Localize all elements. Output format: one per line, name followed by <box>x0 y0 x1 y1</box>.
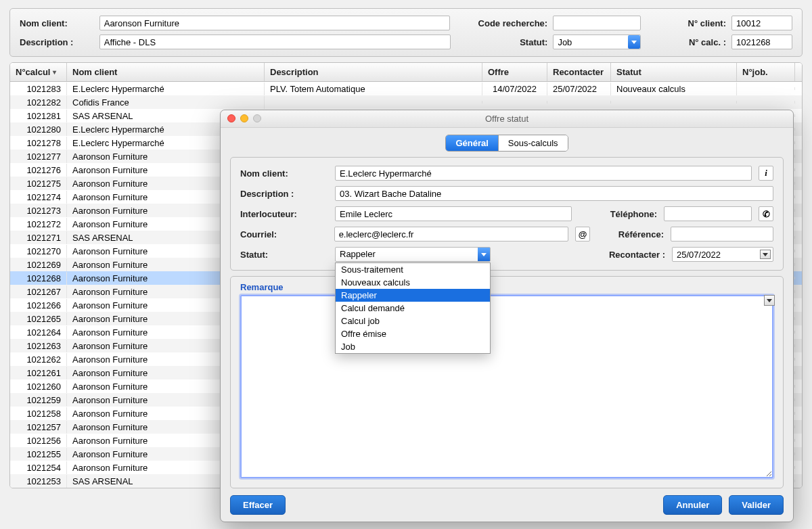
filter-statut-select[interactable]: Job <box>553 34 641 49</box>
cell-desc: PLV. Totem Automatique <box>265 83 482 95</box>
col-recontacter[interactable]: Recontacter <box>547 63 611 81</box>
cell-calc: 1021272 <box>10 218 67 231</box>
cell-calc: 1021270 <box>10 245 67 258</box>
label-modal-statut: Statut: <box>240 250 328 260</box>
table-row[interactable]: 1021283E.Leclerc HypermarchéPLV. Totem A… <box>10 82 802 95</box>
col-statut[interactable]: Statut <box>611 63 737 81</box>
cell-calc: 1021275 <box>10 177 67 190</box>
label-remarque: Remarque <box>240 282 773 292</box>
modal-interlocuteur-input[interactable] <box>335 206 572 221</box>
filter-code-recherche-input[interactable] <box>553 16 641 30</box>
form-panel: Nom client: i Description : Interlocuteu… <box>230 157 784 271</box>
label-modal-interlocuteur: Interlocuteur: <box>240 209 328 219</box>
col-description[interactable]: Description <box>265 63 482 81</box>
modal-statut-value: Rappeler <box>340 249 376 259</box>
cell-nom: Cofidis France <box>67 96 265 109</box>
cell-calc: 1021278 <box>10 137 67 150</box>
minimize-icon[interactable] <box>240 114 248 122</box>
cell-calc: 1021266 <box>10 299 67 312</box>
cell-job <box>737 87 795 90</box>
col-nom-client[interactable]: Nom client <box>67 63 265 81</box>
modal-remarque-textarea[interactable] <box>240 295 773 478</box>
dialog-button-bar: Effacer Annuler Valider <box>221 488 793 522</box>
filter-n-client-input[interactable] <box>731 16 792 30</box>
statut-option[interactable]: Calcul job <box>336 315 490 327</box>
modal-description-input[interactable] <box>335 186 773 201</box>
cell-calc: 1021282 <box>10 96 67 109</box>
modal-recontacter-date[interactable]: 25/07/2022 <box>672 247 773 262</box>
cell-calc: 1021283 <box>10 83 67 95</box>
recontacter-value: 25/07/2022 <box>677 250 721 260</box>
cell-calc: 1021262 <box>10 353 67 366</box>
remark-dropdown-icon[interactable] <box>764 295 775 306</box>
chevron-down-icon[interactable] <box>760 250 771 259</box>
label-modal-telephone: Téléphone: <box>596 209 657 219</box>
cell-nom: E.Leclerc Hypermarché <box>67 83 265 95</box>
cell-calc: 1021265 <box>10 313 67 325</box>
modal-statut-select[interactable]: Rappeler <box>335 247 491 262</box>
tab-general[interactable]: Général <box>446 135 498 151</box>
zoom-icon <box>253 114 261 122</box>
filter-n-calc-input[interactable] <box>731 34 792 49</box>
close-icon[interactable] <box>227 114 235 122</box>
statut-option[interactable]: Rappeler <box>336 289 490 302</box>
cell-calc: 1021268 <box>10 272 67 285</box>
statut-option[interactable]: Sous-traitement <box>336 263 490 276</box>
label-code-recherche: Code recherche: <box>472 18 547 28</box>
cell-calc: 1021264 <box>10 326 67 339</box>
modal-reference-input[interactable] <box>671 227 773 242</box>
cell-stat: Nouveaux calculs <box>611 83 737 95</box>
dialog-titlebar[interactable]: Offre statut <box>221 110 793 128</box>
annuler-button[interactable]: Annuler <box>663 495 722 515</box>
label-description: Description : <box>20 37 94 47</box>
col-offre[interactable]: Offre <box>482 63 547 81</box>
label-modal-nom-client: Nom client: <box>240 168 328 179</box>
statut-option[interactable]: Calcul demandé <box>336 302 490 315</box>
statut-option[interactable]: Job <box>336 340 490 353</box>
label-modal-courriel: Courriel: <box>240 229 328 239</box>
cell-calc: 1021254 <box>10 461 67 474</box>
col-n-job[interactable]: N°job. <box>737 63 795 81</box>
table-header: N°calcul Nom client Description Offre Re… <box>10 63 802 82</box>
label-modal-reference: Référence: <box>604 229 664 239</box>
chevron-down-icon <box>478 248 490 261</box>
label-statut: Statut: <box>472 37 548 47</box>
label-modal-description: Description : <box>240 189 328 199</box>
cell-calc: 1021263 <box>10 340 67 352</box>
cell-calc: 1021256 <box>10 434 67 447</box>
effacer-button[interactable]: Effacer <box>230 495 286 515</box>
label-nom-client: Nom client: <box>20 18 94 28</box>
info-icon[interactable]: i <box>759 166 773 181</box>
modal-nom-client-input[interactable] <box>335 166 752 181</box>
cell-calc: 1021261 <box>10 367 67 380</box>
cell-calc: 1021269 <box>10 258 67 271</box>
cell-offre <box>482 101 547 104</box>
remark-panel: Remarque <box>230 276 784 488</box>
table-row[interactable]: 1021282Cofidis France <box>10 95 802 109</box>
cell-recont <box>547 101 611 104</box>
cell-desc <box>265 101 482 104</box>
statut-option[interactable]: Offre émise <box>336 327 490 340</box>
modal-telephone-input[interactable] <box>664 206 752 221</box>
cell-calc: 1021253 <box>10 475 67 488</box>
modal-courriel-input[interactable] <box>334 227 569 242</box>
at-icon[interactable]: @ <box>575 227 590 242</box>
statut-option[interactable]: Nouveaux calculs <box>336 276 490 289</box>
cell-recont: 25/07/2022 <box>547 83 611 95</box>
filter-panel: Nom client: Code recherche: N° client: D… <box>9 8 803 57</box>
filter-description-input[interactable] <box>99 34 451 49</box>
filter-statut-value: Job <box>558 37 572 47</box>
filter-nom-client-input[interactable] <box>99 16 451 30</box>
label-n-client: N° client: <box>679 18 726 28</box>
tab-sous-calculs[interactable]: Sous-calculs <box>499 135 568 151</box>
cell-offre: 14/07/2022 <box>482 83 547 95</box>
cell-calc: 1021281 <box>10 110 67 122</box>
dialog-title: Offre statut <box>221 114 793 124</box>
valider-button[interactable]: Valider <box>729 495 784 515</box>
label-n-calc: N° calc. : <box>679 37 726 47</box>
offre-statut-dialog: Offre statut Général Sous-calculs Nom cl… <box>220 110 794 522</box>
cell-calc: 1021259 <box>10 394 67 407</box>
cell-calc: 1021277 <box>10 150 67 163</box>
col-n-calcul[interactable]: N°calcul <box>10 63 67 81</box>
phone-icon[interactable]: ✆ <box>759 206 773 221</box>
